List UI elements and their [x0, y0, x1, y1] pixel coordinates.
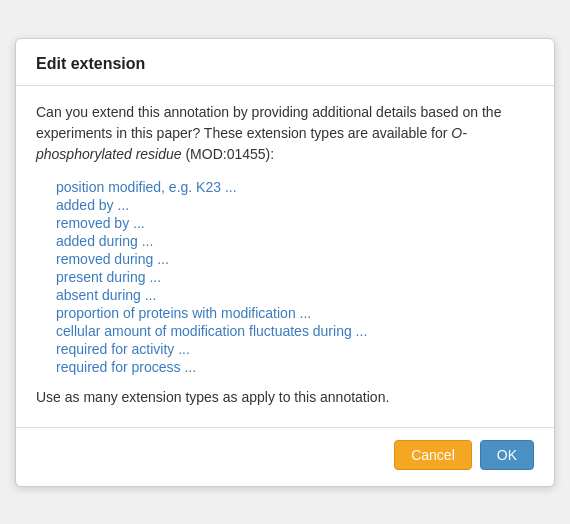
- description-text-part2: (MOD:01455):: [182, 146, 275, 162]
- list-item: removed during ...: [56, 251, 534, 267]
- list-item: required for process ...: [56, 359, 534, 375]
- list-item: proportion of proteins with modification…: [56, 305, 534, 321]
- extension-link-added-during[interactable]: added during ...: [56, 233, 153, 249]
- extension-link-required-process[interactable]: required for process ...: [56, 359, 196, 375]
- extension-link-position-modified[interactable]: position modified, e.g. K23 ...: [56, 179, 237, 195]
- list-item: added by ...: [56, 197, 534, 213]
- dialog-header: Edit extension: [16, 39, 554, 86]
- dialog-body: Can you extend this annotation by provid…: [16, 86, 554, 417]
- extension-link-removed-during[interactable]: removed during ...: [56, 251, 169, 267]
- dialog-footer: Cancel OK: [16, 427, 554, 486]
- extension-link-absent-during[interactable]: absent during ...: [56, 287, 156, 303]
- extension-link-added-by[interactable]: added by ...: [56, 197, 129, 213]
- cancel-button[interactable]: Cancel: [394, 440, 472, 470]
- extension-links-list: position modified, e.g. K23 ... added by…: [56, 179, 534, 375]
- list-item: added during ...: [56, 233, 534, 249]
- dialog-description: Can you extend this annotation by provid…: [36, 102, 534, 165]
- list-item: present during ...: [56, 269, 534, 285]
- extension-link-required-activity[interactable]: required for activity ...: [56, 341, 190, 357]
- extension-link-present-during[interactable]: present during ...: [56, 269, 161, 285]
- description-text-part1: Can you extend this annotation by provid…: [36, 104, 501, 141]
- ok-button[interactable]: OK: [480, 440, 534, 470]
- extension-link-cellular-amount[interactable]: cellular amount of modification fluctuat…: [56, 323, 367, 339]
- list-item: absent during ...: [56, 287, 534, 303]
- list-item: required for activity ...: [56, 341, 534, 357]
- footer-description: Use as many extension types as apply to …: [36, 389, 534, 405]
- extension-link-removed-by[interactable]: removed by ...: [56, 215, 145, 231]
- list-item: position modified, e.g. K23 ...: [56, 179, 534, 195]
- list-item: cellular amount of modification fluctuat…: [56, 323, 534, 339]
- list-item: removed by ...: [56, 215, 534, 231]
- extension-link-proportion[interactable]: proportion of proteins with modification…: [56, 305, 311, 321]
- dialog-title: Edit extension: [36, 55, 145, 72]
- edit-extension-dialog: Edit extension Can you extend this annot…: [15, 38, 555, 487]
